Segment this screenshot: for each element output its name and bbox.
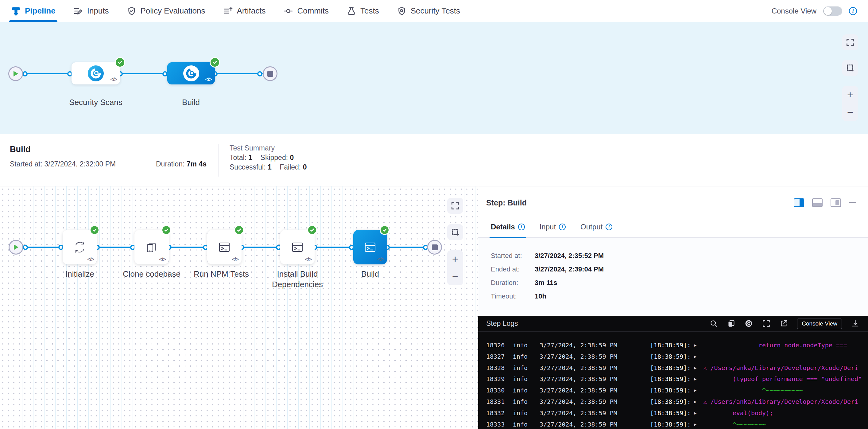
- step-node-run-npm-tests[interactable]: </>: [207, 230, 242, 265]
- step-graph-canvas[interactable]: </> </> </>: [0, 186, 478, 429]
- execution-start-node[interactable]: [9, 240, 23, 254]
- stage-node-security-scans[interactable]: </>: [71, 62, 120, 85]
- log-line-number: 18331: [486, 396, 506, 407]
- step-logs-body[interactable]: 18326info3/27/2024, 2:38:59 PM[18:38:59]…: [478, 332, 868, 429]
- info-icon[interactable]: i: [606, 223, 612, 230]
- build-summary-bar: Build Started at: 3/27/2024, 2:32:00 PM …: [0, 134, 868, 186]
- log-line[interactable]: 18326info3/27/2024, 2:38:59 PM[18:38:59]…: [478, 340, 868, 351]
- edge-dot: [22, 71, 28, 76]
- log-line[interactable]: 18330info3/27/2024, 2:38:59 PM[18:38:59]…: [478, 385, 868, 396]
- log-line[interactable]: 18331info3/27/2024, 2:38:59 PM[18:38:59]…: [478, 396, 868, 407]
- console-view-toggle[interactable]: [823, 6, 842, 16]
- tab-details[interactable]: Details i: [491, 223, 525, 237]
- log-message: ^~~~~~~~~~~: [710, 385, 803, 396]
- canvas-fullscreen-button[interactable]: [842, 34, 858, 50]
- tab-policy-evaluations[interactable]: Policy Evaluations: [127, 0, 205, 22]
- tab-artifacts[interactable]: Artifacts: [223, 0, 266, 22]
- info-icon[interactable]: i: [518, 223, 525, 230]
- zoom-in-button[interactable]: +: [842, 86, 858, 103]
- tab-inputs[interactable]: Inputs: [73, 0, 109, 22]
- detail-row: Duration: 3m 11s: [491, 279, 868, 286]
- expand-caret-icon[interactable]: ▶: [694, 362, 700, 374]
- stop-icon: [267, 71, 273, 77]
- stage-graph-canvas[interactable]: </> </> Security Scans Build + −: [0, 22, 868, 134]
- console-view-button[interactable]: Console View: [797, 318, 842, 329]
- minimize-panel-button[interactable]: [849, 202, 856, 203]
- log-line-number: 18332: [486, 407, 506, 419]
- warning-icon: ⚠: [700, 362, 710, 374]
- log-line[interactable]: 18333info3/27/2024, 2:38:59 PM[18:38:59]…: [478, 419, 868, 429]
- copy-icon[interactable]: [727, 319, 735, 328]
- step-node-clone-codebase[interactable]: </>: [134, 230, 169, 265]
- detail-value: 3m 11s: [535, 279, 557, 286]
- stage-node-build[interactable]: </>: [167, 62, 215, 85]
- expand-caret-icon[interactable]: ▶: [694, 385, 700, 396]
- layout-right-panel-button[interactable]: [794, 198, 804, 207]
- pipeline-start-node[interactable]: [8, 66, 23, 81]
- expand-caret-icon[interactable]: ▶: [694, 340, 700, 351]
- success-badge: [307, 225, 317, 235]
- step-label: Clone codebase: [123, 269, 181, 279]
- detail-label: Duration:: [491, 279, 535, 286]
- expand-caret-icon[interactable]: ▶: [694, 407, 700, 419]
- test-summary-title: Test Summary: [229, 144, 307, 153]
- step-label: Run NPM Tests: [194, 269, 249, 279]
- edge-dot: [257, 71, 262, 76]
- tab-pipeline[interactable]: Pipeline: [11, 0, 56, 22]
- tab-input[interactable]: Input i: [539, 223, 566, 237]
- edge: [120, 73, 167, 74]
- log-line[interactable]: 18327info3/27/2024, 2:38:59 PM[18:38:59]…: [478, 351, 868, 362]
- zoom-out-button[interactable]: −: [447, 268, 463, 285]
- total-label: Total:: [229, 154, 246, 161]
- step-node-install-build-dependencies[interactable]: </>: [280, 230, 315, 265]
- zoom-in-button[interactable]: +: [447, 250, 463, 268]
- expand-caret-icon[interactable]: ▶: [694, 419, 700, 429]
- step-node-initialize[interactable]: </>: [63, 230, 97, 265]
- code-icon: </>: [159, 256, 166, 263]
- detail-value: 10h: [535, 293, 546, 300]
- canvas-select-button[interactable]: [447, 224, 463, 240]
- log-line[interactable]: 18332info3/27/2024, 2:38:59 PM[18:38:59]…: [478, 407, 868, 419]
- fullscreen-icon[interactable]: [762, 319, 770, 328]
- expand-caret-icon[interactable]: ▶: [694, 351, 700, 362]
- layout-bottom-panel-button[interactable]: [812, 198, 823, 207]
- tab-security-tests[interactable]: Security Tests: [397, 0, 460, 22]
- log-date: 3/27/2024, 2:38:59 PM: [539, 373, 617, 385]
- tab-label: Security Tests: [411, 6, 460, 16]
- execution-end-node[interactable]: [427, 240, 442, 254]
- edge: [315, 247, 353, 248]
- expand-caret-icon[interactable]: ▶: [694, 373, 700, 385]
- code-icon: </>: [305, 256, 312, 263]
- step-logs-title: Step Logs: [486, 319, 518, 328]
- search-icon[interactable]: [710, 319, 718, 328]
- log-line-number: 18326: [486, 340, 506, 351]
- stage-started-at: Started at: 3/27/2024, 2:32:00 PM: [10, 160, 116, 168]
- open-in-new-icon[interactable]: [780, 319, 788, 328]
- canvas-select-button[interactable]: [842, 60, 858, 76]
- log-line[interactable]: 18329info3/27/2024, 2:38:59 PM[18:38:59]…: [478, 373, 868, 385]
- pipeline-end-node[interactable]: [263, 66, 277, 81]
- panel-layout-controls: [794, 198, 856, 207]
- code-icon: </>: [232, 256, 239, 263]
- expand-caret-icon[interactable]: ▶: [694, 396, 700, 407]
- inputs-icon: [73, 6, 83, 16]
- log-line[interactable]: 18328info3/27/2024, 2:38:59 PM[18:38:59]…: [478, 362, 868, 374]
- step-node-build[interactable]: </>: [353, 230, 387, 265]
- tab-commits[interactable]: Commits: [283, 0, 329, 22]
- download-icon[interactable]: [851, 319, 859, 328]
- step-details-panel: Step: Build Details i Input i: [478, 186, 868, 429]
- edge-dot: [162, 71, 167, 76]
- log-line-number: 18328: [486, 362, 506, 374]
- canvas-fullscreen-button[interactable]: [447, 198, 463, 214]
- edge: [215, 73, 263, 74]
- layout-floating-panel-button[interactable]: [831, 198, 841, 207]
- info-icon[interactable]: i: [559, 223, 566, 230]
- tab-output[interactable]: Output i: [580, 223, 612, 237]
- tab-label: Details: [491, 223, 515, 231]
- log-time: [18:38:59]:: [650, 385, 691, 396]
- log-message: /Users/anka/Library/Developer/Xcode/Deri: [710, 396, 858, 407]
- tab-tests[interactable]: Tests: [346, 0, 379, 22]
- info-icon[interactable]: i: [849, 7, 857, 15]
- settings-gear-icon[interactable]: [745, 319, 753, 328]
- zoom-out-button[interactable]: −: [842, 103, 858, 121]
